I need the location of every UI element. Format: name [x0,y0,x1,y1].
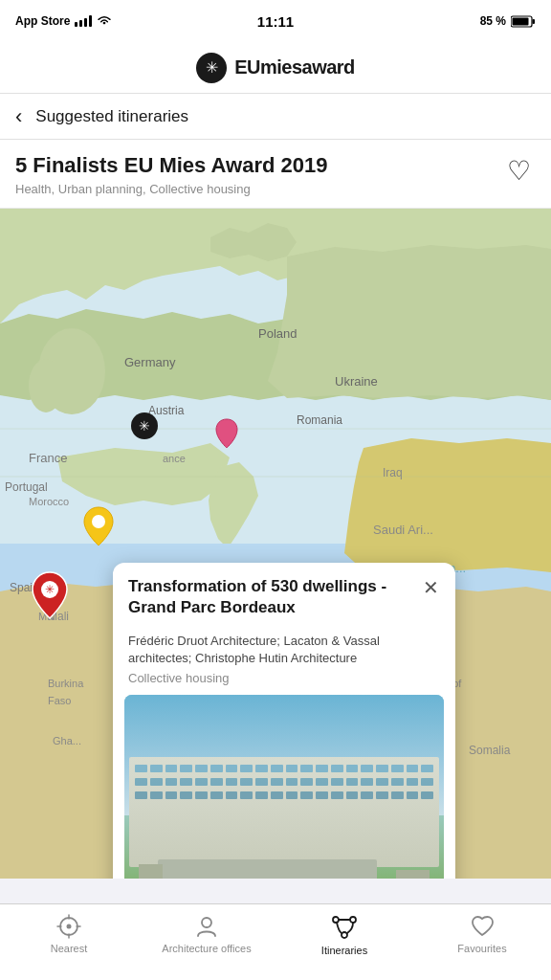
map-pin-yellow[interactable] [82,505,115,551]
back-button[interactable]: ‹ Suggested itineraries [15,104,188,129]
svg-text:Romania: Romania [297,413,342,427]
logo-star-icon: ✳ [196,53,227,83]
map-pin-pink[interactable] [214,417,239,454]
svg-text:Iraq: Iraq [383,466,403,479]
popup-building-image[interactable] [124,695,444,879]
svg-rect-2 [84,18,87,27]
svg-point-39 [92,515,105,528]
heart-icon: ♡ [507,155,531,187]
svg-point-10 [29,359,63,412]
svg-rect-0 [75,22,77,27]
tab-favourites[interactable]: Favourites [413,914,551,954]
popup-architects: Frédéric Druot Architecture; Lacaton & V… [128,633,440,667]
wifi-icon [97,15,112,27]
svg-rect-3 [89,15,92,27]
popup-close-button[interactable]: ✕ [417,574,444,601]
svg-text:Somalia: Somalia [469,744,511,757]
popup-category: Collective housing [128,671,440,685]
status-bar: App Store 11:11 85 % [0,0,551,42]
itineraries-icon [331,914,358,941]
tab-architecture-offices[interactable]: Architecture offices [138,914,276,954]
popup-title: Transformation of 530 dwellings - Grand … [128,576,413,618]
svg-text:Ukraine: Ukraine [335,374,378,389]
svg-text:Faso: Faso [48,695,71,706]
tab-itineraries-label: Itineraries [321,945,367,956]
map-area[interactable]: Germany Poland Ukraine Austria Romania I… [0,209,551,879]
building-scene [124,695,444,879]
status-left: App Store [15,14,112,28]
favourite-button[interactable]: ♡ [501,153,536,188]
itinerary-title: 5 Finalists EU Mies Award 2019 [15,153,536,178]
nav-title: Suggested itineraries [35,107,188,126]
logo-container: ✳ EUmiesaward [196,53,355,83]
map-pin-active[interactable]: ✳ [31,570,69,624]
tab-architecture-offices-label: Architecture offices [162,943,251,954]
svg-rect-5 [533,19,536,24]
nav-bar: ‹ Suggested itineraries [0,94,551,140]
tab-nearest[interactable]: Nearest [0,914,138,954]
battery-percent: 85 % [480,14,506,28]
svg-text:Saudi Ari...: Saudi Ari... [373,523,433,537]
svg-rect-1 [79,20,82,27]
svg-text:ance: ance [163,453,186,464]
svg-point-46 [202,918,211,927]
logo-text: EUmiesaward [234,56,355,78]
battery-icon [511,15,536,28]
carrier-label: App Store [15,14,70,28]
back-chevron-icon: ‹ [15,104,22,129]
nearest-icon [56,914,81,939]
favourites-icon [470,914,495,939]
svg-rect-6 [513,17,529,25]
svg-text:Gha...: Gha... [53,735,81,746]
app-header: ✳ EUmiesaward [0,42,551,94]
svg-text:✳: ✳ [45,583,55,596]
svg-text:Germany: Germany [124,355,176,369]
svg-point-41 [67,924,72,929]
svg-text:Morocco: Morocco [29,496,69,507]
architecture-offices-icon [194,914,219,939]
popup-header: ✕ Transformation of 530 dwellings - Gran… [113,563,455,624]
status-time: 11:11 [257,13,294,30]
tab-itineraries[interactable]: Itineraries [276,914,413,956]
svg-text:Poland: Poland [258,326,297,341]
title-section: 5 Finalists EU Mies Award 2019 Health, U… [0,140,551,209]
svg-text:Portugal: Portugal [5,480,48,494]
tab-favourites-label: Favourites [457,943,506,954]
status-right: 85 % [480,14,536,28]
tab-bar: Nearest Architecture offices Itineraries… [0,903,551,980]
signal-icon [75,15,92,27]
svg-text:France: France [29,451,67,465]
itinerary-subtitle: Health, Urban planning, Collective housi… [15,182,536,196]
svg-text:Burkina: Burkina [48,678,84,689]
svg-point-49 [342,932,347,938]
location-popup: ✕ Transformation of 530 dwellings - Gran… [113,563,455,879]
tab-nearest-label: Nearest [51,943,88,954]
